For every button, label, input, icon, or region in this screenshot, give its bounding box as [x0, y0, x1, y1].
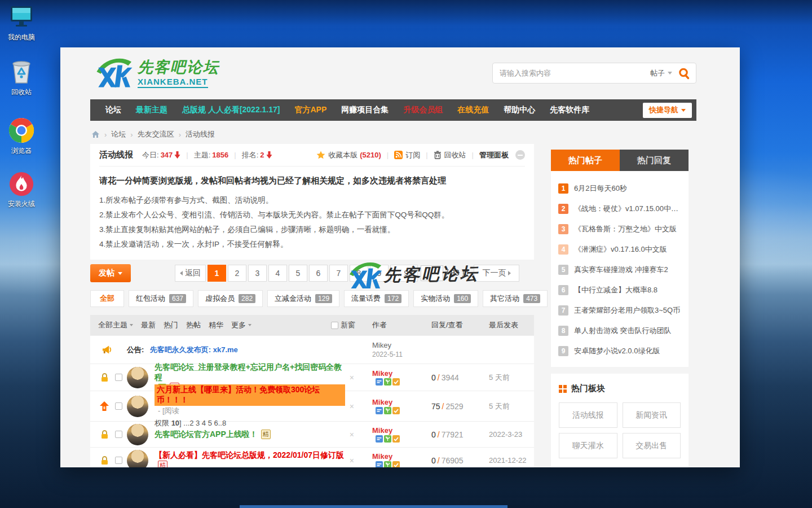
page-button-9[interactable]: 9	[370, 265, 389, 282]
recycle-bin-link[interactable]: 回收站	[434, 150, 466, 160]
close-icon[interactable]: ×	[350, 456, 354, 465]
thread-title[interactable]: 先客吧论坛官方APP上线啦！	[155, 430, 258, 440]
tab-hot-posts[interactable]: 热门帖子	[551, 150, 620, 171]
page-button-4[interactable]: 4	[268, 265, 287, 282]
page-button-8[interactable]: 8	[350, 265, 368, 282]
thread-title[interactable]: 【新人必看】先客吧论坛总版规，2022/01/07日修订版	[155, 450, 344, 461]
announcement-link[interactable]: 先客吧永久发布页: xk7.me	[150, 345, 238, 354]
hot-post-item[interactable]: 7 王者荣耀部分老用户领取3~5Q币	[551, 300, 689, 321]
tab-hot[interactable]: 热门	[164, 320, 178, 330]
thread-title[interactable]: 先客吧论坛_注册登录教程+忘记用户名+找回密码全教程	[155, 362, 345, 383]
hot-post-item[interactable]: 9 安卓随梦小说v2.0.0绿化版	[551, 341, 689, 361]
thread-page-links[interactable]: ] ...2 3 4 5 6..8	[179, 419, 226, 427]
nav-item-software[interactable]: 先客软件库	[542, 105, 597, 115]
avatar[interactable]	[127, 424, 148, 445]
search-input[interactable]	[500, 69, 650, 77]
flame-icon	[8, 171, 34, 197]
filter-all-button[interactable]: 全部	[90, 290, 124, 307]
card-badge-icon	[376, 407, 383, 414]
thread-checkbox[interactable]	[115, 457, 122, 464]
new-window-toggle[interactable]: 新窗	[331, 320, 355, 330]
nav-item-rules[interactable]: 总版规 人人必看[2022.1.17]	[175, 105, 288, 115]
nav-item-upgrade[interactable]: 升级会员组	[396, 105, 450, 115]
breadcrumb-section[interactable]: 先友交流区	[138, 129, 174, 139]
new-post-button[interactable]: 发帖	[90, 264, 131, 282]
tab-label: 更多	[231, 320, 246, 330]
breadcrumb-separator: ›	[130, 130, 133, 139]
hot-post-item[interactable]: 6 【中行立减金】大概率8.8	[551, 280, 689, 300]
board-button-huodong[interactable]: 活动线报	[559, 402, 617, 428]
author-name[interactable]: Mikey	[372, 452, 392, 461]
page-button-3[interactable]: 3	[248, 265, 267, 282]
breadcrumb-forum[interactable]: 论坛	[111, 129, 126, 139]
desktop-icon-my-computer[interactable]: 我的电脑	[2, 5, 41, 42]
admin-panel-link[interactable]: 管理面板	[479, 150, 509, 160]
tab-more[interactable]: 更多	[231, 320, 251, 330]
author-name[interactable]: Mikey	[372, 426, 392, 435]
page-jump-input[interactable]	[421, 265, 443, 281]
thread-checkbox[interactable]	[115, 374, 122, 381]
board-button-chat[interactable]: 聊天灌水	[559, 433, 617, 458]
desktop-icon-browser[interactable]: 浏览器	[2, 117, 41, 156]
page-back-button[interactable]: 返回	[175, 265, 206, 282]
subscribe-link[interactable]: 订阅	[394, 150, 420, 160]
filter-button-data[interactable]: 流量话费 172	[344, 290, 409, 307]
filter-button-physical[interactable]: 实物活动 160	[413, 290, 478, 307]
home-icon[interactable]	[91, 130, 100, 138]
page-button-last[interactable]: ... 93	[390, 265, 418, 282]
page-button-2[interactable]: 2	[228, 265, 246, 282]
hot-post-item[interactable]: 1 6月2日每天60秒	[551, 178, 689, 199]
page-button-7[interactable]: 7	[329, 265, 348, 282]
filter-button-coupon[interactable]: 立减金活动 129	[267, 290, 339, 307]
thread-title[interactable]: 六月新上线【哪里来】活动！免费领取300论坛币！！！	[155, 384, 345, 406]
new-window-checkbox[interactable]	[331, 322, 338, 329]
avatar[interactable]	[127, 450, 148, 468]
nav-item-projects[interactable]: 网赚项目合集	[334, 105, 396, 115]
tab-digest[interactable]: 精华	[209, 320, 223, 330]
thread-checkbox[interactable]	[115, 431, 122, 438]
tab-newest[interactable]: 最新	[141, 320, 156, 330]
filter-button-redpacket[interactable]: 红包活动 637	[129, 290, 193, 307]
favorite-board-link[interactable]: 收藏本版 (5210)	[316, 150, 381, 160]
search-button[interactable]	[678, 67, 690, 80]
avatar[interactable]	[127, 367, 148, 388]
nav-item-help[interactable]: 帮助中心	[496, 105, 542, 115]
close-icon[interactable]: ×	[350, 402, 354, 411]
nav-item-app[interactable]: 官方APP	[288, 105, 334, 115]
divider: |	[186, 151, 188, 159]
board-button-news[interactable]: 新闻资讯	[623, 402, 681, 428]
breadcrumb-board[interactable]: 活动线报	[186, 129, 215, 139]
tab-hot-posts[interactable]: 热帖	[186, 320, 201, 330]
hot-post-item[interactable]: 2 《战地：硬仗》v1.07.15.00中文版	[551, 199, 689, 219]
author-name[interactable]: Mikey	[372, 369, 392, 378]
hot-post-item[interactable]: 4 《潜渊症》v0.17.16.0中文版	[551, 239, 689, 260]
author-name[interactable]: Mikey	[372, 341, 421, 349]
filter-button-vip[interactable]: 虚拟会员 282	[198, 290, 263, 307]
pinned-arrow-icon	[100, 401, 109, 411]
collapse-button[interactable]	[515, 150, 525, 160]
close-icon[interactable]: ×	[350, 430, 354, 439]
page-button-5[interactable]: 5	[289, 265, 307, 282]
hot-post-item[interactable]: 3 《瓦格鲁斯：万壑之地》中文版	[551, 219, 689, 239]
page-button-1[interactable]: 1	[208, 265, 226, 282]
desktop-icon-recycle-bin[interactable]: 回收站	[2, 58, 41, 97]
nav-item-recharge[interactable]: 在线充值	[450, 105, 496, 115]
desktop-icon-huorong[interactable]: 安装火绒	[2, 171, 41, 209]
tab-all-topics[interactable]: 全部主题	[98, 320, 133, 330]
filter-button-other[interactable]: 其它活动 473	[483, 290, 548, 307]
thread-checkbox[interactable]	[115, 402, 122, 410]
tab-hot-replies[interactable]: 热门回复	[620, 150, 689, 171]
avatar[interactable]	[127, 396, 148, 417]
page-button-6[interactable]: 6	[309, 265, 328, 282]
close-icon[interactable]: ×	[350, 373, 354, 382]
quick-nav-button[interactable]: 快捷导航	[643, 103, 692, 118]
author-name[interactable]: Mikey	[372, 398, 392, 406]
site-logo[interactable]: 先客吧论坛 XIANKEBA.NET	[91, 55, 219, 88]
hot-post-item[interactable]: 5 真实赛车碰撞游戏 冲撞赛车2	[551, 260, 689, 280]
next-page-button[interactable]: 下一页	[474, 265, 519, 282]
hot-post-item[interactable]: 8 单人射击游戏 突击队行动团队	[551, 321, 689, 341]
board-button-trade[interactable]: 交易出售	[623, 433, 681, 458]
nav-item-latest[interactable]: 最新主题	[129, 105, 175, 115]
search-type-select[interactable]: 帖子	[650, 68, 672, 78]
nav-item-forum[interactable]: 论坛	[98, 105, 129, 115]
